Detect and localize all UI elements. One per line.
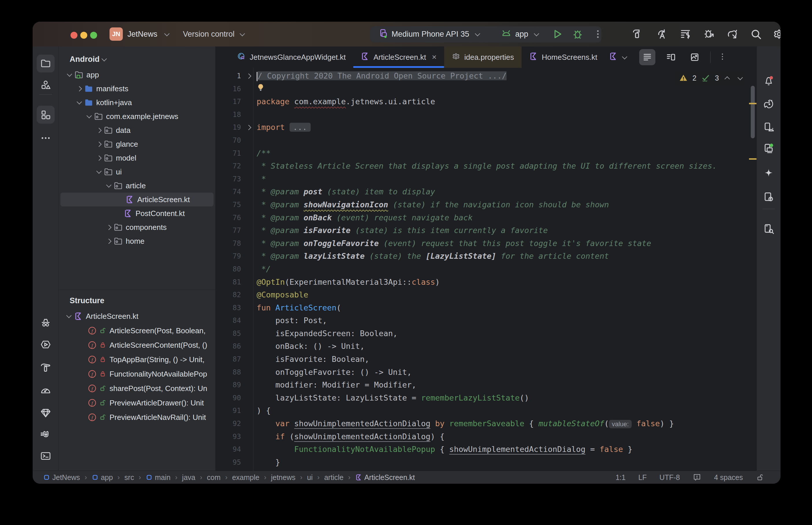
line-number[interactable]: 71 (216, 147, 241, 160)
debug-button[interactable] (572, 22, 584, 46)
line-number[interactable]: 84 (216, 314, 241, 327)
code-line-72[interactable]: 72 * Stateless Article Screen that displ… (216, 160, 756, 173)
line-number[interactable]: 18 (216, 108, 241, 121)
fold-chevron-icon[interactable] (241, 121, 256, 134)
design-view-button[interactable] (686, 49, 703, 65)
tree-item-article[interactable]: article (59, 179, 215, 193)
build-tool-icon[interactable] (37, 359, 55, 377)
line-number[interactable]: 19 (216, 121, 241, 134)
structure-item[interactable]: f PreviewArticleDrawer(): Unit (59, 396, 215, 410)
line-number[interactable]: 83 (216, 301, 241, 314)
tree-expanded-chevron[interactable] (105, 183, 113, 189)
code-line-80[interactable]: 80 */ (216, 263, 756, 276)
line-number[interactable]: 74 (216, 185, 241, 198)
more-run-options-button[interactable] (593, 22, 603, 46)
code-line-94[interactable]: 94 FunctionalityNotAvailablePopup { show… (216, 443, 756, 456)
device-manager-tool-icon[interactable] (760, 118, 778, 136)
line-number[interactable]: 16 (216, 82, 241, 95)
code-line-91[interactable]: 91 ) { (216, 404, 756, 417)
line-number[interactable]: 86 (216, 340, 241, 353)
encoding-widget[interactable]: UTF-8 (660, 473, 680, 482)
breadcrumb-item-JetNews[interactable]: JetNews (43, 473, 80, 482)
code-line-76[interactable]: 76 * @param onBack (event) request navig… (216, 211, 756, 224)
code-line-17[interactable]: 17 package com.example.jetnews.ui.articl… (216, 95, 756, 108)
tree-expanded-chevron[interactable] (85, 114, 93, 119)
code-line-82[interactable]: 82 @Composable (216, 288, 756, 301)
code-line-70[interactable]: 70 (216, 134, 756, 147)
line-number[interactable]: 1 (216, 70, 241, 82)
next-problem-icon[interactable] (737, 75, 743, 80)
tree-item-manifests[interactable]: manifests (59, 82, 215, 95)
caret-position-widget[interactable]: 1:1 (616, 473, 625, 482)
code-line-16[interactable]: 16 (216, 82, 756, 95)
tree-expanded-chevron[interactable] (95, 169, 103, 175)
tree-item-kotlin+java[interactable]: kotlin+java (59, 95, 215, 109)
device-mirror-button[interactable] (726, 22, 738, 46)
code-line-95[interactable]: 95 } (216, 456, 756, 469)
line-number[interactable]: 73 (216, 173, 241, 186)
line-number[interactable]: 78 (216, 237, 241, 250)
terminal-tool-icon[interactable] (37, 447, 55, 465)
tree-collapsed-chevron[interactable] (105, 226, 113, 229)
line-number[interactable]: 81 (216, 276, 241, 289)
code-line-86[interactable]: 86 onBack: () -> Unit, (216, 340, 756, 353)
search-everywhere-button[interactable] (750, 22, 762, 46)
breadcrumb-item-com[interactable]: com (207, 473, 221, 482)
line-number[interactable]: 70 (216, 134, 241, 147)
breadcrumb-item-article[interactable]: article (324, 473, 343, 482)
tree-collapsed-chevron[interactable] (95, 142, 103, 146)
breadcrumb-item-java[interactable]: java (182, 473, 195, 482)
tree-item-glance[interactable]: glance (59, 137, 215, 151)
editor-tab-JetnewsGlanceAppWidget.kt[interactable]: JetnewsGlanceAppWidget.kt (230, 46, 353, 68)
device-explorer-icon[interactable] (760, 220, 778, 238)
tree-item-app[interactable]: app (59, 68, 215, 82)
code-view-button[interactable] (639, 49, 655, 65)
line-number[interactable]: 75 (216, 198, 241, 211)
app-inspection-tool-icon[interactable] (37, 404, 55, 422)
line-number[interactable]: 90 (216, 392, 241, 405)
breadcrumb-item-example[interactable]: example (232, 473, 260, 482)
maximize-window-button[interactable] (90, 32, 97, 39)
code-line-71[interactable]: 71 /** (216, 147, 756, 160)
code-line-83[interactable]: 83 fun ArticleScreen( (216, 301, 756, 314)
line-number[interactable]: 76 (216, 211, 241, 224)
breadcrumb-item-jetnews[interactable]: jetnews (271, 473, 296, 482)
tree-item-model[interactable]: model (59, 151, 215, 165)
project-view-selector[interactable]: Android (59, 50, 215, 68)
code-line-85[interactable]: 85 isExpandedScreen: Boolean, (216, 327, 756, 340)
code-line-19[interactable]: 19 import ... (216, 121, 756, 134)
line-ending-widget[interactable]: LF (638, 473, 647, 482)
structure-tool-icon[interactable] (37, 106, 55, 124)
warning-marker[interactable] (749, 158, 756, 160)
code-line-89[interactable]: 89 modifier: Modifier = Modifier, (216, 379, 756, 392)
tree-item-com.example.jetnews[interactable]: com.example.jetnews (59, 109, 215, 123)
tree-item-components[interactable]: components (59, 220, 215, 234)
code-line-74[interactable]: 74 * @param post (state) item to display (216, 185, 756, 198)
tree-expanded-chevron[interactable] (65, 314, 73, 319)
line-number[interactable]: 85 (216, 327, 241, 340)
gradle-tool-icon[interactable] (760, 95, 778, 113)
code-editor[interactable]: 1 / Copyright 2020 The Android Open Sour… (216, 68, 756, 471)
indent-widget[interactable]: 4 spaces (714, 473, 743, 482)
line-number[interactable]: 88 (216, 366, 241, 379)
profiler-tool-icon[interactable] (37, 381, 55, 400)
code-line-79[interactable]: 79 * @param lazyListState (state) the [L… (216, 250, 756, 263)
project-widget[interactable]: JN JetNews (109, 22, 169, 46)
running-devices-tool-icon[interactable] (37, 335, 55, 354)
code-line-78[interactable]: 78 * @param onToggleFavorite (event) req… (216, 237, 756, 250)
inspections-widget[interactable]: 2 3 (675, 71, 747, 85)
vcs-widget[interactable]: Version control (183, 22, 244, 46)
line-number[interactable]: 92 (216, 417, 241, 430)
settings-button[interactable] (773, 22, 781, 46)
app-quality-insights-icon[interactable] (37, 314, 55, 332)
code-line-92[interactable]: 92 var showUnimplementedActionDialog by … (216, 417, 756, 430)
code-line-75[interactable]: 75 * @param showNavigationIcon (state) i… (216, 198, 756, 211)
tree-collapsed-chevron[interactable] (75, 87, 83, 91)
close-window-button[interactable] (71, 32, 77, 39)
more-tool-windows-icon[interactable] (37, 129, 55, 147)
structure-root[interactable]: ArticleScreen.kt (59, 309, 215, 324)
editor-tab-idea.properties[interactable]: idea.properties (444, 46, 521, 68)
line-number[interactable]: 77 (216, 224, 241, 237)
code-line-93[interactable]: 93 if (showUnimplementedActionDialog) { (216, 430, 756, 443)
structure-item[interactable]: f PreviewArticleNavRail(): Unit (59, 410, 215, 424)
